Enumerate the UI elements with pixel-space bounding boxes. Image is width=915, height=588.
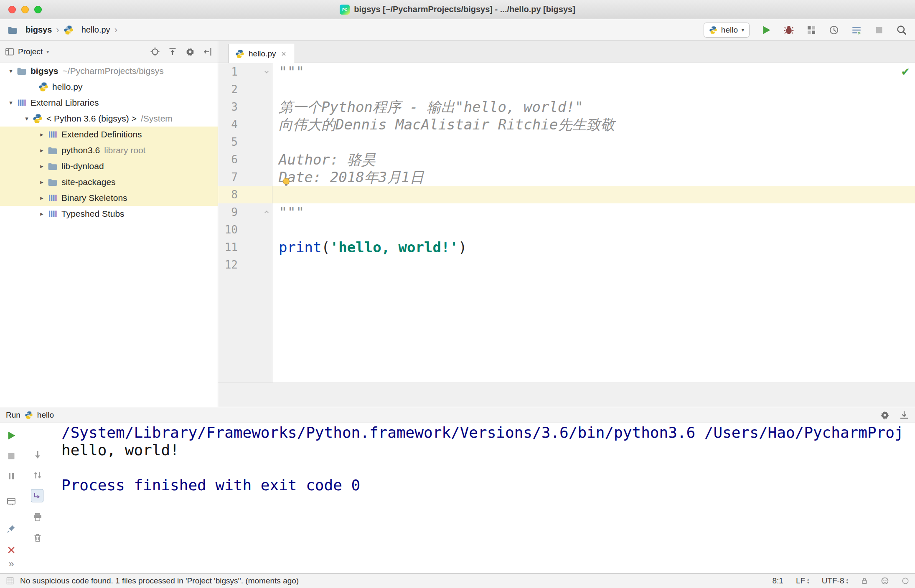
close-tab-icon[interactable] <box>280 51 287 57</box>
folder-icon <box>48 177 58 187</box>
debug-button[interactable] <box>783 24 795 36</box>
more-actions-button[interactable]: » <box>5 558 18 570</box>
rerun-button[interactable] <box>5 429 18 442</box>
tree-item-python36[interactable]: ▸ python3.6 library root <box>0 142 218 158</box>
chevron-right-icon: › <box>114 25 117 35</box>
readonly-lock-icon[interactable] <box>861 577 868 585</box>
close-panel-button[interactable] <box>5 544 18 556</box>
tree-item-extended-definitions[interactable]: ▸ Extended Definitions <box>0 127 218 142</box>
line-separator-widget[interactable]: LF ▴▾ <box>796 576 809 585</box>
pycharm-app-icon: PC <box>340 5 350 15</box>
breadcrumb: bigsys › hello.py › <box>8 25 117 35</box>
inspections-ok-icon[interactable]: ✔ <box>901 66 910 79</box>
inspection-profile-icon[interactable] <box>881 577 889 585</box>
tree-item-lib-dynload[interactable]: ▸ lib-dynload <box>0 158 218 174</box>
search-everywhere-button[interactable] <box>896 24 907 36</box>
fold-region-start-icon[interactable] <box>263 68 270 75</box>
tree-item-label: Typeshed Stubs <box>61 209 125 219</box>
coverage-button[interactable] <box>806 24 817 36</box>
tab-hello-py[interactable]: hello.py <box>228 44 294 63</box>
stop-button[interactable] <box>873 24 885 36</box>
tree-item-external-libraries[interactable]: ▾ External Libraries <box>0 95 218 111</box>
run-configuration-select[interactable]: hello ▾ <box>704 23 750 38</box>
line-number: 5 <box>218 133 272 151</box>
navigation-bar: bigsys › hello.py › hello ▾ <box>0 19 915 41</box>
settings-gear-icon[interactable] <box>880 410 890 420</box>
code-line <box>273 81 915 98</box>
console-line <box>61 459 915 476</box>
expand-arrow-icon[interactable]: ▸ <box>36 131 48 138</box>
chevron-updown-icon: ▴▾ <box>846 578 848 584</box>
code-line: """ <box>273 203 915 221</box>
scroll-down-button[interactable] <box>31 449 44 461</box>
console-line: /System/Library/Frameworks/Python.framew… <box>61 424 915 441</box>
stacktrace-navigation-button[interactable] <box>31 469 44 482</box>
tree-item-label: hello.py <box>52 82 82 92</box>
tree-item-site-packages[interactable]: ▸ site-packages <box>0 174 218 190</box>
breadcrumb-project[interactable]: bigsys <box>25 25 52 35</box>
titlebar: PC bigsys [~/PycharmProjects/bigsys] - .… <box>0 0 915 19</box>
pin-tab-button[interactable] <box>5 522 18 535</box>
line-number: 12 <box>218 256 272 274</box>
project-panel-title[interactable]: Project <box>18 47 43 56</box>
console-output[interactable]: /System/Library/Frameworks/Python.framew… <box>52 423 915 573</box>
python-file-icon <box>235 49 244 58</box>
settings-gear-icon[interactable] <box>185 47 195 57</box>
code-line: Author: 骆昊 <box>273 151 915 168</box>
stop-button[interactable] <box>5 450 18 462</box>
line-number: 11 <box>218 238 272 256</box>
run-tab-label[interactable]: hello <box>37 411 54 420</box>
collapse-all-icon[interactable] <box>168 47 178 57</box>
line-number: 3 <box>218 98 272 116</box>
tree-item-hello-py[interactable]: hello.py <box>0 79 218 95</box>
soft-wrap-toggle-button[interactable] <box>31 489 43 502</box>
statusbar-toolwindow-icon[interactable] <box>6 577 14 585</box>
tree-item-bigsys[interactable]: ▾ bigsys ~/PycharmProjects/bigsys <box>0 63 218 79</box>
zoom-button[interactable] <box>34 6 42 13</box>
window-controls <box>8 6 42 13</box>
tree-item-detail: /System <box>141 114 173 124</box>
project-view-icon <box>5 47 14 56</box>
library-icon <box>48 193 58 203</box>
code-line: 第一个Python程序 - 输出"hello, world!" <box>273 98 915 116</box>
expand-arrow-icon[interactable]: ▸ <box>36 194 48 202</box>
expand-arrow-icon[interactable]: ▸ <box>36 147 48 154</box>
tab-label: hello.py <box>249 49 276 58</box>
chevron-down-icon: ▾ <box>742 27 744 33</box>
caret-position-widget[interactable]: 8:1 <box>773 576 783 585</box>
clear-console-button[interactable] <box>31 532 44 544</box>
restore-layout-button[interactable] <box>5 495 18 508</box>
breadcrumb-file[interactable]: hello.py <box>81 25 110 35</box>
expand-arrow-icon[interactable]: ▾ <box>5 67 17 75</box>
encoding-widget[interactable]: UTF-8 ▴▾ <box>822 576 848 585</box>
expand-arrow-icon[interactable]: ▾ <box>5 99 17 106</box>
expand-arrow-icon[interactable]: ▸ <box>36 162 48 170</box>
editor-bottom-strip <box>218 383 915 407</box>
print-button[interactable] <box>31 511 44 523</box>
run-button[interactable] <box>760 24 772 36</box>
minimize-button[interactable] <box>21 6 29 13</box>
hide-panel-icon[interactable] <box>899 410 909 420</box>
notification-circle-icon[interactable] <box>902 577 909 585</box>
hide-panel-icon[interactable] <box>203 47 213 57</box>
fold-region-end-icon[interactable] <box>263 209 270 215</box>
chevron-down-icon[interactable]: ▾ <box>46 49 49 55</box>
tree-item-python-sdk[interactable]: ▾ < Python 3.6 (bigsys) > /System <box>0 111 218 127</box>
code-area[interactable]: """ 第一个Python程序 - 输出"hello, world!" 向伟大的… <box>273 63 915 383</box>
folder-icon <box>48 161 58 171</box>
intention-bulb-icon[interactable] <box>280 177 292 188</box>
code-line <box>273 221 915 238</box>
expand-arrow-icon[interactable]: ▾ <box>21 115 33 122</box>
pause-output-button[interactable] <box>5 470 18 482</box>
run-panel-title[interactable]: Run <box>6 411 20 420</box>
tree-item-typeshed-stubs[interactable]: ▸ Typeshed Stubs <box>0 206 218 222</box>
tree-item-binary-skeletons[interactable]: ▸ Binary Skeletons <box>0 190 218 206</box>
chevron-updown-icon: ▴▾ <box>807 578 809 584</box>
close-button[interactable] <box>8 6 16 13</box>
tree-item-label: External Libraries <box>30 98 99 108</box>
profiler-button[interactable] <box>828 24 840 36</box>
execution-point-button[interactable] <box>851 24 862 36</box>
expand-arrow-icon[interactable]: ▸ <box>36 178 48 186</box>
expand-arrow-icon[interactable]: ▸ <box>36 210 48 218</box>
locate-file-icon[interactable] <box>150 47 160 57</box>
